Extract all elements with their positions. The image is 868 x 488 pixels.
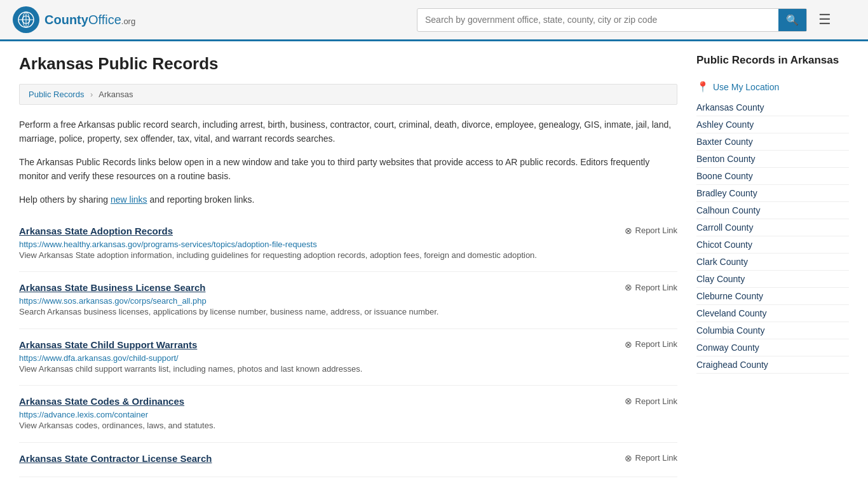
record-url[interactable]: https://www.healthy.arkansas.gov/program… — [19, 240, 317, 249]
county-link[interactable]: Calhoun County — [696, 205, 760, 215]
county-link[interactable]: Clark County — [696, 257, 748, 267]
report-label: Report Link — [635, 226, 677, 235]
report-label: Report Link — [635, 453, 677, 463]
record-url[interactable]: https://www.sos.arkansas.gov/corps/searc… — [19, 296, 207, 306]
sidebar-title: Public Records in Arkansas — [696, 54, 849, 72]
record-title[interactable]: Arkansas State Business License Search — [19, 282, 205, 293]
search-box: 🔍 — [417, 8, 807, 32]
report-link-button[interactable]: ⊗ Report Link — [625, 339, 677, 349]
breadcrumb-current: Arkansas — [98, 90, 133, 99]
search-input[interactable] — [417, 10, 778, 30]
report-link-button[interactable]: ⊗ Report Link — [625, 282, 677, 292]
description-3: Help others by sharing new links and rep… — [19, 193, 677, 207]
record-desc: View Arkansas State adoption information… — [19, 249, 677, 262]
report-link-button[interactable]: ⊗ Report Link — [625, 396, 677, 406]
breadcrumb-public-records[interactable]: Public Records — [29, 90, 84, 99]
county-link[interactable]: Craighead County — [696, 360, 768, 370]
report-icon: ⊗ — [625, 339, 632, 349]
record-desc: View Arkansas child support warrants lis… — [19, 363, 677, 376]
main-container: Arkansas Public Records Public Records ›… — [0, 41, 868, 488]
description-1: Perform a free Arkansas public record se… — [19, 118, 677, 146]
hamburger-icon: ☰ — [818, 11, 831, 27]
county-link[interactable]: Benton County — [696, 154, 756, 164]
county-link[interactable]: Columbia County — [696, 325, 764, 336]
sidebar-county-item: Chicot County — [696, 236, 849, 254]
search-icon: 🔍 — [786, 15, 799, 25]
sidebar-county-item: Carroll County — [696, 219, 849, 236]
county-link[interactable]: Arkansas County — [696, 102, 764, 112]
report-icon: ⊗ — [625, 453, 632, 463]
sidebar-county-item: Columbia County — [696, 322, 849, 339]
county-link[interactable]: Boone County — [696, 171, 753, 181]
site-header: CountyOffice.org 🔍 ☰ — [0, 0, 868, 41]
description-2: The Arkansas Public Records links below … — [19, 155, 677, 184]
record-item: Arkansas State Adoption Records ⊗ Report… — [19, 215, 677, 273]
sidebar-county-item: Conway County — [696, 339, 849, 356]
record-header: Arkansas State Child Support Warrants ⊗ … — [19, 339, 677, 350]
county-link[interactable]: Ashley County — [696, 119, 754, 130]
county-link[interactable]: Baxter County — [696, 137, 753, 147]
record-url[interactable]: https://advance.lexis.com/container — [19, 410, 148, 419]
report-label: Report Link — [635, 396, 677, 406]
report-icon: ⊗ — [625, 396, 632, 406]
record-title[interactable]: Arkansas State Adoption Records — [19, 226, 173, 236]
record-item: Arkansas State Contractor License Search… — [19, 443, 677, 477]
sidebar-county-item: Clark County — [696, 254, 849, 271]
search-button[interactable]: 🔍 — [778, 9, 806, 31]
report-link-button[interactable]: ⊗ Report Link — [625, 226, 677, 236]
use-location-label: Use My Location — [713, 82, 779, 92]
county-link[interactable]: Cleveland County — [696, 308, 767, 318]
breadcrumb: Public Records › Arkansas — [19, 84, 677, 105]
record-header: Arkansas State Adoption Records ⊗ Report… — [19, 226, 677, 236]
record-desc: View Arkansas codes, ordinances, laws, a… — [19, 419, 677, 432]
logo-icon — [13, 6, 39, 33]
county-link[interactable]: Carroll County — [696, 222, 753, 233]
county-link[interactable]: Clay County — [696, 274, 745, 284]
report-link-button[interactable]: ⊗ Report Link — [625, 453, 677, 463]
sidebar-county-item: Bradley County — [696, 185, 849, 202]
report-icon: ⊗ — [625, 282, 632, 292]
sidebar-county-item: Benton County — [696, 151, 849, 168]
record-title[interactable]: Arkansas State Codes & Ordinances — [19, 396, 184, 407]
report-label: Report Link — [635, 339, 677, 349]
logo-text: CountyOffice.org — [44, 13, 135, 27]
page-title: Arkansas Public Records — [19, 54, 677, 74]
sidebar-county-item: Baxter County — [696, 133, 849, 151]
record-header: Arkansas State Contractor License Search… — [19, 453, 677, 464]
search-area: 🔍 ☰ — [417, 8, 836, 32]
county-link[interactable]: Cleburne County — [696, 291, 763, 301]
breadcrumb-separator: › — [90, 90, 93, 99]
sidebar-county-item: Craighead County — [696, 356, 849, 374]
sidebar-county-item: Cleveland County — [696, 305, 849, 322]
county-link[interactable]: Bradley County — [696, 188, 757, 198]
use-location-button[interactable]: 📍 Use My Location — [696, 81, 849, 93]
logo-area: CountyOffice.org — [13, 6, 135, 33]
record-url[interactable]: https://www.dfa.arkansas.gov/child-suppo… — [19, 353, 179, 363]
new-links-link[interactable]: new links — [111, 194, 147, 205]
county-link[interactable]: Chicot County — [696, 240, 752, 250]
menu-button[interactable]: ☰ — [813, 9, 836, 30]
sidebar-county-item: Ashley County — [696, 116, 849, 133]
content-area: Arkansas Public Records Public Records ›… — [19, 54, 677, 477]
record-item: Arkansas State Codes & Ordinances ⊗ Repo… — [19, 386, 677, 443]
record-desc: Search Arkansas business licenses, appli… — [19, 306, 677, 318]
records-list: Arkansas State Adoption Records ⊗ Report… — [19, 215, 677, 477]
county-list: Arkansas CountyAshley CountyBaxter Count… — [696, 99, 849, 374]
sidebar-county-item: Calhoun County — [696, 202, 849, 219]
county-link[interactable]: Conway County — [696, 342, 759, 353]
location-pin-icon: 📍 — [696, 81, 709, 93]
sidebar-county-item: Clay County — [696, 271, 849, 288]
record-header: Arkansas State Business License Search ⊗… — [19, 282, 677, 293]
record-title[interactable]: Arkansas State Contractor License Search — [19, 453, 212, 464]
record-item: Arkansas State Child Support Warrants ⊗ … — [19, 329, 677, 386]
record-header: Arkansas State Codes & Ordinances ⊗ Repo… — [19, 396, 677, 407]
sidebar-county-item: Boone County — [696, 168, 849, 185]
report-label: Report Link — [635, 283, 677, 292]
sidebar-county-item: Cleburne County — [696, 288, 849, 305]
record-item: Arkansas State Business License Search ⊗… — [19, 272, 677, 329]
record-title[interactable]: Arkansas State Child Support Warrants — [19, 339, 197, 350]
report-icon: ⊗ — [625, 226, 632, 236]
sidebar-county-item: Arkansas County — [696, 99, 849, 116]
sidebar: Public Records in Arkansas 📍 Use My Loca… — [696, 54, 849, 477]
